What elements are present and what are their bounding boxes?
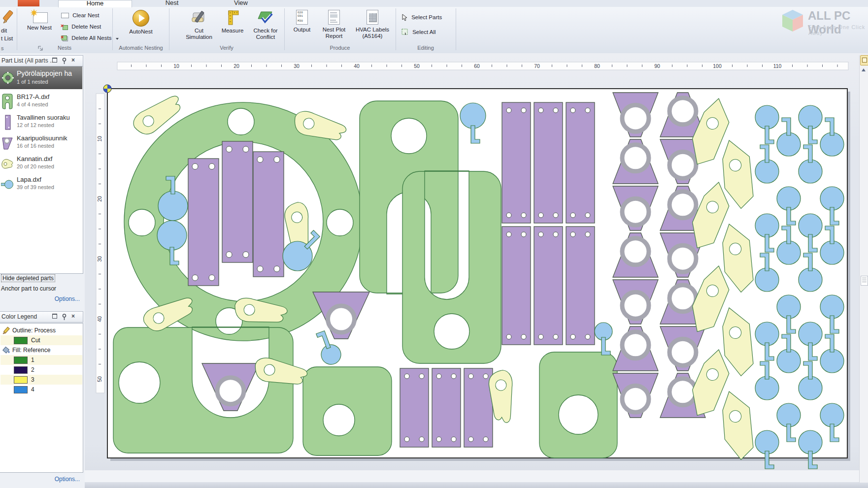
close-icon[interactable]: × [70, 314, 76, 320]
part-thumbnail-blade-icon [1, 175, 15, 194]
restore-icon[interactable] [51, 58, 58, 64]
svg-text:30: 30 [97, 256, 102, 262]
nest-part-rectangle[interactable] [253, 152, 284, 277]
nest-part-rectangle[interactable] [222, 141, 253, 262]
legend-ref-row: 3 [0, 375, 82, 385]
nest-part-rectangle[interactable] [534, 227, 563, 345]
output-button[interactable]: G20 G91 M30 Output [289, 9, 315, 33]
pencil-icon [2, 9, 19, 26]
legend-fill-row: Fill: Reference [0, 345, 82, 355]
part-thumbnail-ring-icon [1, 68, 15, 88]
measure-button[interactable]: Measure [217, 9, 248, 34]
svg-text:10: 10 [97, 136, 102, 142]
ribbon-group-automatic-nesting: AutoNest Automatic Nesting [113, 7, 168, 52]
nest-part-rectangle[interactable] [534, 102, 563, 223]
nest-part-rectangle[interactable] [188, 159, 219, 286]
edit-part-list-button-fragment[interactable]: dit t List s [0, 7, 17, 52]
legend-swatch [14, 376, 28, 384]
nest-part-blade[interactable] [799, 430, 822, 469]
nest-plot-report-icon [328, 10, 340, 25]
color-legend-options-link[interactable]: Options... [55, 476, 80, 483]
pin-icon[interactable] [61, 58, 67, 64]
legend-swatch [14, 386, 28, 393]
part-list-item[interactable]: Kaaripuolisuunnik 16 of 16 nested [0, 132, 82, 153]
color-legend-panel-header[interactable]: Color Legend × [0, 311, 83, 323]
delete-nest-button[interactable]: × Delete Nest [61, 22, 101, 31]
horizontal-ruler [117, 62, 848, 70]
svg-text:70: 70 [534, 63, 540, 69]
check-for-conflict-button[interactable]: Check for Conflict [249, 9, 282, 40]
part-list-item[interactable]: Pyörölaippojen ha 1 of 1 nested [0, 66, 82, 89]
file-button[interactable] [18, 0, 39, 6]
paint-bucket-icon [2, 346, 11, 354]
delete-all-nests-icon: × [61, 35, 68, 41]
workspace-bottom-band [85, 470, 868, 482]
check-for-conflict-icon [257, 10, 274, 26]
left-dock: Part List (All parts ... × Pyörölaippoje… [0, 53, 85, 488]
cut-simulation-icon [191, 10, 207, 26]
ruler-settings-button[interactable] [860, 55, 868, 65]
select-all-button[interactable]: Select All [401, 28, 436, 36]
part-thumbnail-rectangle-icon [1, 113, 15, 132]
part-list-options-link[interactable]: Options... [55, 295, 80, 302]
tab-home[interactable]: Home [58, 0, 132, 7]
part-list: Pyörölaippojen ha 1 of 1 nested BR17-A.d… [0, 66, 83, 274]
svg-text:60: 60 [474, 63, 480, 69]
vertical-scrollbar[interactable] [859, 55, 868, 483]
tab-nest[interactable]: Nest [138, 0, 206, 7]
pin-icon[interactable] [61, 314, 67, 320]
anchor-part-to-cursor-option[interactable]: Anchor part to cursor [1, 285, 56, 292]
nest-part-rectangle[interactable] [566, 227, 595, 345]
svg-text:30: 30 [294, 63, 300, 69]
part-list-item[interactable]: Tavallinen suoraku 12 of 12 nested [0, 112, 82, 132]
nest-part-rectangle[interactable] [400, 368, 429, 447]
clear-nest-button[interactable]: Clear Nest [61, 11, 100, 20]
ribbon-group-nests: New Nest Clear Nest × Delete Nest × [18, 7, 111, 52]
svg-text:50: 50 [414, 63, 420, 69]
part-list-panel-header[interactable]: Part List (All parts ... × [0, 55, 83, 66]
workspace: 1020304050607080901001101020304050 [85, 53, 868, 488]
ribbon-tab-strip: Home Nest View [0, 0, 868, 7]
legend-swatch [14, 337, 28, 344]
autonest-button[interactable]: AutoNest [121, 9, 161, 35]
hide-depleted-parts-option[interactable]: Hide depleted parts [1, 274, 55, 282]
delete-all-nests-button[interactable]: × Delete All Nests [61, 33, 119, 42]
nest-canvas[interactable]: 1020304050607080901001101020304050 [85, 53, 868, 488]
legend-outline-row: Outline: Process [0, 325, 82, 335]
legend-ref-row: 1 [0, 355, 82, 365]
nest-plot-report-button[interactable]: Nest Plot Report [317, 9, 351, 39]
scroll-up-arrow-icon[interactable] [862, 68, 866, 71]
part-list-item[interactable]: BR17-A.dxf 4 of 4 nested [0, 91, 82, 112]
restore-icon[interactable] [51, 314, 58, 320]
svg-text:10: 10 [173, 63, 179, 69]
new-nest-button[interactable]: New Nest [22, 9, 57, 31]
select-parts-button[interactable]: Select Parts [401, 13, 442, 22]
legend-cut-row: Cut [0, 335, 82, 345]
tab-view[interactable]: View [207, 0, 275, 7]
legend-swatch [14, 366, 28, 374]
nest-part-rectangle[interactable] [464, 368, 493, 447]
output-icon: G20 G91 M30 [296, 10, 308, 25]
cut-simulation-button[interactable]: Cut Simulation [182, 9, 216, 40]
hvac-labels-button[interactable]: HVAC Labels (A5164) [353, 9, 392, 39]
svg-text:50: 50 [97, 376, 102, 382]
close-icon[interactable]: × [70, 58, 76, 64]
svg-text:20: 20 [234, 63, 239, 69]
ribbon-group-editing: Select Parts Select All Editing [397, 7, 455, 52]
nest-part-rectangle[interactable] [502, 102, 531, 223]
scrollbar-thumb[interactable] [861, 276, 868, 286]
workspace-bottom-edge [85, 482, 868, 488]
svg-text:110: 110 [773, 63, 782, 69]
nest-part-rectangle[interactable] [566, 102, 595, 223]
nest-part-rectangle[interactable] [432, 368, 461, 447]
clear-nest-icon [61, 13, 69, 18]
sheet-origin-marker[interactable] [103, 85, 111, 93]
svg-text:20: 20 [97, 196, 102, 202]
part-list-item[interactable]: Lapa.dxf 39 of 39 nested [0, 174, 82, 195]
color-legend: Outline: Process Cut Fill: Reference 1 2 [0, 323, 83, 473]
hvac-labels-icon [367, 10, 378, 25]
application-window: Home Nest View dit t List s [0, 0, 868, 488]
nest-part-rectangle[interactable] [502, 227, 531, 345]
part-list-item[interactable]: Kannatin.dxf 20 of 20 nested [0, 153, 82, 174]
nest-part-blade[interactable] [755, 430, 779, 469]
